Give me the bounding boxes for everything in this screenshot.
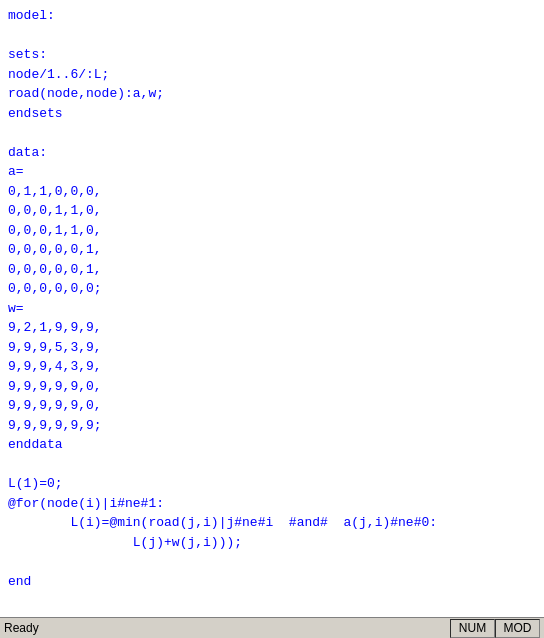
code-line: 9,9,9,4,3,9, — [8, 357, 536, 377]
code-line: enddata — [8, 435, 536, 455]
code-line: w= — [8, 299, 536, 319]
code-line: a= — [8, 162, 536, 182]
code-line — [8, 123, 536, 143]
status-num: NUM — [450, 619, 495, 638]
code-line: 0,0,0,0,0,0; — [8, 279, 536, 299]
code-line: 9,9,9,5,3,9, — [8, 338, 536, 358]
code-line: L(i)=@min(road(j,i)|j#ne#i #and# a(j,i)#… — [8, 513, 536, 533]
code-line: endsets — [8, 104, 536, 124]
code-line — [8, 552, 536, 572]
code-line: 0,0,0,0,0,1, — [8, 240, 536, 260]
status-mod: MOD — [495, 619, 540, 638]
code-line: @for(node(i)|i#ne#1: — [8, 494, 536, 514]
code-line: 9,2,1,9,9,9, — [8, 318, 536, 338]
code-line: data: — [8, 143, 536, 163]
code-line — [8, 26, 536, 46]
code-line — [8, 455, 536, 475]
code-line: L(1)=0; — [8, 474, 536, 494]
code-line: node/1..6/:L; — [8, 65, 536, 85]
code-line: 9,9,9,9,9,0, — [8, 377, 536, 397]
code-line: road(node,node):a,w; — [8, 84, 536, 104]
code-line: 9,9,9,9,9,0, — [8, 396, 536, 416]
code-line: sets: — [8, 45, 536, 65]
status-right-panel: NUM MOD — [450, 619, 540, 638]
code-line: model: — [8, 6, 536, 26]
code-line: 0,1,1,0,0,0, — [8, 182, 536, 202]
code-line: 9,9,9,9,9,9; — [8, 416, 536, 436]
status-ready-label: Ready — [4, 621, 450, 635]
code-line: 0,0,0,1,1,0, — [8, 221, 536, 241]
code-line: end — [8, 572, 536, 592]
code-line: 0,0,0,1,1,0, — [8, 201, 536, 221]
code-editor[interactable]: model: sets:node/1..6/:L;road(node,node)… — [0, 0, 544, 617]
code-line: 0,0,0,0,0,1, — [8, 260, 536, 280]
code-line: L(j)+w(j,i))); — [8, 533, 536, 553]
status-bar: Ready NUM MOD — [0, 617, 544, 638]
